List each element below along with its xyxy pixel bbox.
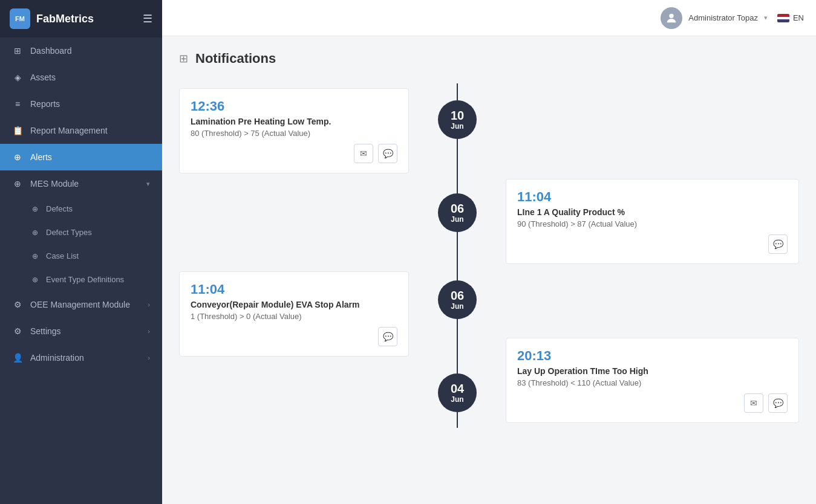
timeline-wrapper: 12:36 Lamination Pre Heating Low Temp. 8… [179,83,799,428]
chat-button[interactable]: 💬 [378,144,397,163]
chevron-right-icon: › [148,301,150,308]
timeline-spacer-1 [506,83,799,174]
event-type-icon: ⊕ [30,276,40,284]
case-list-icon: ⊕ [30,252,40,260]
sidebar-item-defect-types[interactable]: ⊕ Defect Types [0,221,162,244]
notif-2-title: LIne 1 A Quality Product % [517,207,788,217]
sidebar-sub-label: Event Type Definitions [46,275,124,284]
chevron-down-icon: ▾ [146,180,150,188]
dot-2-month: Jun [451,215,463,224]
page-area: ⊞ Notifications 12:36 Lamination Pre Hea… [162,36,816,504]
sidebar: FM FabMetrics ☰ ⊞ Dashboard ◈ Assets ≡ R… [0,0,162,504]
sidebar-item-reports[interactable]: ≡ Reports [0,91,162,117]
notif-4-card: 20:13 Lay Up Operation TIme Too High 83 … [506,338,799,423]
email-button[interactable]: ✉ [744,393,763,413]
notif-3-time: 11:04 [191,282,397,297]
sidebar-item-settings[interactable]: ⚙ Settings › [0,318,162,344]
sidebar-header: FM FabMetrics ☰ [0,0,162,37]
dashboard-icon: ⊞ [12,46,23,56]
notif-4-time: 20:13 [517,348,788,364]
notification-card: 12:36 Lamination Pre Heating Low Temp. 8… [179,88,409,173]
sidebar-item-assets[interactable]: ◈ Assets [0,64,162,91]
timeline-dot-4: 04 Jun [438,373,477,412]
sidebar-item-label: MES Module [30,179,139,189]
language-label: EN [793,13,804,22]
sidebar-item-label: Alerts [30,152,150,162]
sidebar-title: FabMetrics [36,13,94,25]
chevron-right-icon: › [148,354,150,361]
timeline-dot-2: 06 Jun [438,193,477,232]
sidebar-item-event-type-definitions[interactable]: ⊕ Event Type Definitions [0,268,162,291]
sidebar-item-defects[interactable]: ⊕ Defects [0,197,162,221]
notifications-page-icon: ⊞ [179,52,188,65]
topbar: Administrator Topaz ▾ EN [162,0,816,36]
sidebar-sub-label: Defects [46,204,73,213]
sidebar-item-case-list[interactable]: ⊕ Case List [0,244,162,268]
language-selector[interactable]: EN [777,13,804,22]
timeline-right-column: 11:04 LIne 1 A Quality Product % 90 (Thr… [481,83,799,428]
hamburger-icon[interactable]: ☰ [143,12,152,25]
main-content: Administrator Topaz ▾ EN ⊞ Notifications… [162,0,816,504]
sidebar-item-report-management[interactable]: 📋 Report Management [0,117,162,144]
sidebar-item-label: Assets [30,73,150,82]
svg-point-0 [670,13,674,18]
sidebar-item-oee-management[interactable]: ⚙ OEE Management Module › [0,291,162,318]
notif-4-value: 83 (Threshold) < 110 (Actual Value) [517,378,788,387]
timeline-left-column: 12:36 Lamination Pre Heating Low Temp. 8… [179,83,433,428]
settings-icon: ⚙ [12,326,23,336]
defect-types-icon: ⊕ [30,228,40,237]
admin-icon: 👤 [12,353,23,363]
sidebar-sub-label: Case List [46,251,79,260]
sidebar-sub-label: Defect Types [46,228,92,237]
sidebar-item-label: Settings [30,326,140,336]
notif-3-title: Conveyor(Repair Module) EVA Stop Alarm [191,300,397,309]
chat-button[interactable]: 💬 [768,234,788,254]
user-chevron-icon: ▾ [764,14,768,22]
sidebar-item-label: Administration [30,353,140,363]
timeline-dot-1: 10 Jun [438,100,477,139]
notif-3-value: 1 (Threshold) > 0 (Actual Value) [191,312,397,321]
dot-4-day: 04 [451,382,464,395]
sidebar-item-label: Report Management [30,126,150,135]
sidebar-item-dashboard[interactable]: ⊞ Dashboard [0,37,162,64]
notif-1-value: 80 (Threshold) > 75 (Actual Value) [191,129,397,138]
avatar [661,7,682,29]
notif-4-actions: ✉ 💬 [517,393,788,413]
reports-icon: ≡ [12,99,23,109]
chat-button[interactable]: 💬 [768,393,788,413]
dot-3-day: 06 [451,289,464,302]
chevron-right-icon: › [148,328,150,335]
oee-icon: ⚙ [12,300,23,309]
timeline-spacer-3 [506,279,799,333]
dot-1-day: 10 [451,109,464,122]
timeline-spacer-2 [179,188,409,267]
notif-2-actions: 💬 [517,234,788,254]
sidebar-item-alerts[interactable]: ⊕ Alerts [0,144,162,170]
notif-1-title: Lamination Pre Heating Low Temp. [191,117,397,126]
sidebar-item-administration[interactable]: 👤 Administration › [0,344,162,371]
notif-1-time: 12:36 [191,99,397,114]
sidebar-item-label: OEE Management Module [30,300,140,309]
flag-icon [777,14,789,22]
notif-1-card: 12:36 Lamination Pre Heating Low Temp. 8… [179,88,409,173]
page-title: Notifications [195,51,276,66]
notif-3-actions: 💬 [191,327,397,346]
sidebar-item-mes-module[interactable]: ⊕ MES Module ▾ [0,170,162,197]
dot-4-month: Jun [451,395,463,404]
username-label: Administrator Topaz [688,13,758,22]
defects-icon: ⊕ [30,205,40,213]
notification-card: 11:04 Conveyor(Repair Module) EVA Stop A… [179,271,409,357]
notif-1-actions: ✉ 💬 [191,144,397,163]
dot-3-month: Jun [451,302,463,311]
alerts-icon: ⊕ [12,152,23,162]
notif-2-time: 11:04 [517,189,788,205]
chat-button[interactable]: 💬 [378,327,397,346]
user-menu[interactable]: Administrator Topaz ▾ [661,7,768,29]
email-button[interactable]: ✉ [354,144,373,163]
report-mgmt-icon: 📋 [12,126,23,135]
dot-2-day: 06 [451,202,464,215]
assets-icon: ◈ [12,73,23,82]
sidebar-item-label: Dashboard [30,46,150,56]
mes-icon: ⊕ [12,179,23,189]
page-header: ⊞ Notifications [179,51,799,66]
